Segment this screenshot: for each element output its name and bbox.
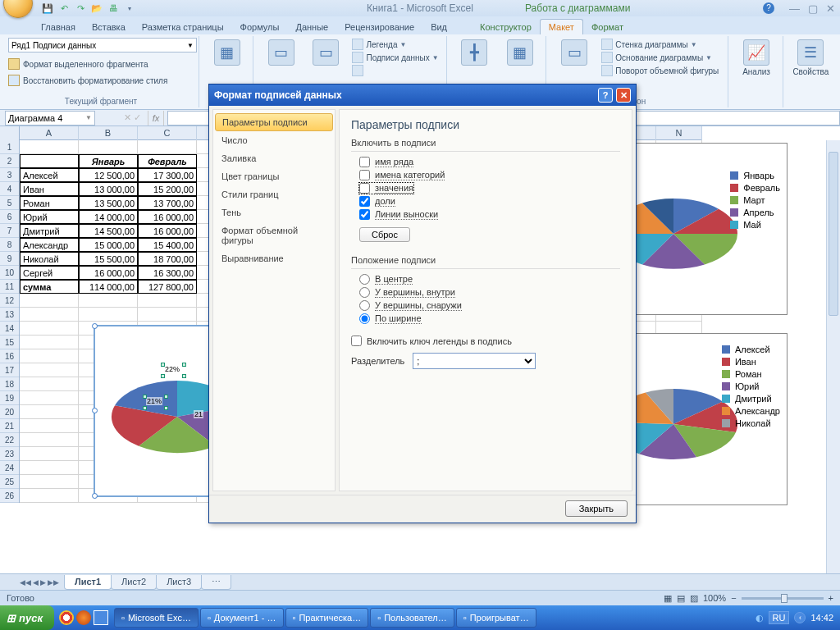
row-header[interactable]: 10	[0, 266, 19, 280]
dialog-help-button[interactable]: ?	[598, 88, 613, 103]
tab-Данные[interactable]: Данные	[287, 20, 336, 34]
checkbox-input[interactable]	[351, 336, 362, 346]
radio-input[interactable]	[359, 300, 370, 311]
cell[interactable]: 14 500,00	[79, 224, 138, 238]
row-header[interactable]: 25	[0, 475, 19, 489]
legend-item[interactable]: Январь	[730, 171, 780, 180]
analysis-button[interactable]: 📈Анализ	[735, 38, 777, 78]
cell[interactable]: 16 000,00	[138, 210, 197, 224]
legend-item[interactable]: Алексей	[722, 345, 780, 354]
reset-button[interactable]: Сброс	[359, 227, 410, 242]
row-header[interactable]: 2	[0, 154, 19, 168]
legend-item[interactable]: Апрель	[730, 208, 780, 217]
chart-title-button[interactable]: ▭	[260, 38, 302, 78]
col-header[interactable]: C	[138, 126, 197, 140]
new-sheet-button[interactable]: ⋯	[201, 575, 231, 590]
row-header[interactable]: 21	[0, 419, 19, 433]
sheet-nav-arrows[interactable]: ◀◀◀▶▶▶	[20, 578, 59, 587]
cell[interactable]	[20, 308, 79, 322]
cell[interactable]	[20, 294, 79, 308]
taskbar-item[interactable]: ▫Пользовател…	[370, 608, 454, 628]
row-header[interactable]: 23	[0, 447, 19, 461]
row-header[interactable]: 4	[0, 182, 19, 196]
cell[interactable]: Александр	[20, 238, 79, 252]
row-header[interactable]: 18	[0, 377, 19, 391]
cell[interactable]	[138, 140, 197, 154]
zoom-percent[interactable]: 100%	[703, 593, 726, 603]
reset-style-button[interactable]: Восстановить форматирование стиля	[8, 74, 194, 87]
cell[interactable]: Дмитрий	[20, 224, 79, 238]
cell[interactable]	[20, 349, 79, 363]
radio-inside-end[interactable]: У вершины, внутри	[359, 287, 620, 298]
cell[interactable]	[20, 336, 79, 349]
row-header[interactable]: 7	[0, 224, 19, 238]
legend-item[interactable]: Дмитрий	[722, 394, 780, 404]
language-indicator[interactable]: RU	[769, 611, 790, 624]
cell[interactable]	[20, 433, 79, 447]
redo-icon[interactable]: ↷	[74, 2, 87, 15]
sheet-tab[interactable]: Лист3	[156, 575, 202, 590]
checkbox-leader-lines[interactable]: Линии выноски	[359, 209, 620, 220]
row-header[interactable]: 5	[0, 196, 19, 210]
col-header[interactable]: B	[79, 126, 138, 140]
data-labels-dropdown[interactable]: Подписи данных▼	[349, 51, 441, 64]
insert-button[interactable]: ▦	[206, 38, 248, 78]
cell[interactable]	[20, 489, 79, 503]
cell[interactable]: 15 200,00	[138, 182, 197, 196]
cell[interactable]: 13 500,00	[79, 196, 138, 210]
cell[interactable]	[20, 377, 79, 391]
radio-input[interactable]	[359, 313, 370, 324]
dialog-close-footer-button[interactable]: Закрыть	[565, 500, 628, 517]
checkbox-input[interactable]	[359, 196, 370, 207]
cell[interactable]: Юрий	[20, 210, 79, 224]
tray-player-icon[interactable]: ◐	[756, 613, 764, 623]
cell[interactable]: Февраль	[138, 154, 197, 168]
legend-dropdown[interactable]: Легенда▼	[349, 38, 441, 51]
data-label[interactable]: 22%	[164, 365, 180, 373]
chart-legend[interactable]: ЯнварьФевральМартАпрельМай	[730, 168, 780, 232]
gridlines-button[interactable]: ▦	[499, 38, 541, 67]
cell[interactable]	[79, 294, 138, 308]
axis-titles-button[interactable]: ▭	[305, 38, 347, 78]
taskbar-item[interactable]: ▫Практическа…	[285, 608, 369, 628]
cell[interactable]	[20, 322, 79, 336]
cell[interactable]	[20, 391, 79, 405]
cell[interactable]	[79, 308, 138, 322]
chart-floor-dropdown[interactable]: Основание диаграммы▼	[599, 51, 721, 64]
zoom-control[interactable]: ▦ ▤ ▨ 100% − +	[664, 593, 833, 604]
cell[interactable]: Алексей	[20, 168, 79, 182]
help-icon[interactable]: ?	[763, 2, 774, 14]
view-normal-icon[interactable]: ▦	[664, 593, 672, 604]
sheet-tab[interactable]: Лист2	[111, 575, 157, 590]
cell[interactable]: 18 700,00	[138, 252, 197, 266]
cell[interactable]: 16 000,00	[79, 266, 138, 280]
dialog-nav-item[interactable]: Цвет границы	[213, 167, 335, 185]
cell[interactable]: сумма	[20, 280, 79, 294]
name-box[interactable]: Диаграмма 4▼	[5, 111, 95, 126]
tab-Рецензирование[interactable]: Рецензирование	[336, 20, 422, 34]
tab-Формат[interactable]: Формат	[583, 20, 632, 34]
legend-item[interactable]: Иван	[722, 357, 780, 367]
cell[interactable]	[138, 308, 197, 322]
row-header[interactable]: 24	[0, 461, 19, 475]
row-header[interactable]: 15	[0, 336, 19, 349]
legend-item[interactable]: Март	[730, 195, 780, 205]
legend-item[interactable]: Николай	[722, 418, 780, 428]
show-desktop-icon[interactable]	[94, 610, 108, 625]
dialog-nav-item[interactable]: Стили границ	[213, 185, 335, 203]
cell[interactable]: 114 000,00	[79, 280, 138, 294]
legend-item[interactable]: Юрий	[722, 381, 780, 391]
fx-icon[interactable]: fx	[148, 111, 164, 126]
tab-Главная[interactable]: Главная	[33, 20, 84, 34]
chart-wall-dropdown[interactable]: Стенка диаграммы▼	[599, 38, 721, 51]
row-header[interactable]: 9	[0, 252, 19, 266]
checkbox-series-name[interactable]: имя ряда	[359, 157, 620, 167]
cell[interactable]: 16 300,00	[138, 266, 197, 280]
taskbar-item[interactable]: ▫Проигрыват…	[456, 608, 536, 628]
radio-outside-end[interactable]: У вершины, снаружи	[359, 300, 620, 311]
close-button[interactable]: ✕	[826, 2, 835, 15]
separator-select[interactable]: ;	[413, 353, 536, 369]
cell[interactable]: 15 500,00	[79, 252, 138, 266]
checkbox-percentage[interactable]: доли	[359, 196, 620, 207]
clock[interactable]: 14:42	[810, 613, 833, 623]
